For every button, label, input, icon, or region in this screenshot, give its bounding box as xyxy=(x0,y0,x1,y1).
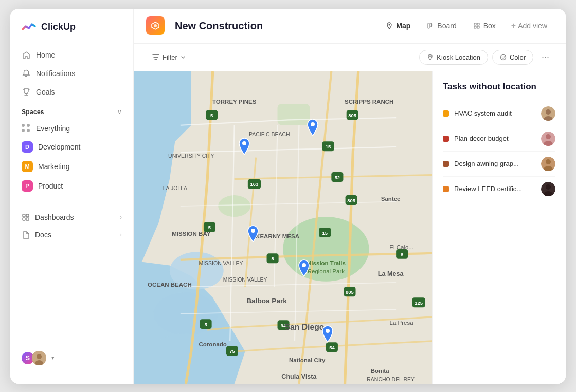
svg-rect-0 xyxy=(23,214,25,217)
clickup-logo-icon xyxy=(21,19,37,35)
svg-text:Chula Vista: Chula Vista xyxy=(281,372,317,380)
product-label: Product xyxy=(38,182,63,190)
docs-chevron-icon: › xyxy=(120,231,122,238)
more-options-button[interactable]: ··· xyxy=(537,49,553,66)
svg-text:MISSION VALLEY: MISSION VALLEY xyxy=(199,260,243,266)
location-icon xyxy=(427,54,434,61)
sidebar-item-home[interactable]: Home xyxy=(15,46,128,64)
task-name-3: Design awning grap... xyxy=(454,160,536,167)
color-button[interactable]: Color xyxy=(492,50,533,65)
svg-text:5: 5 xyxy=(204,321,207,327)
svg-text:Mission Trails: Mission Trails xyxy=(307,260,346,266)
filter-button[interactable]: Filter xyxy=(146,50,192,64)
svg-text:OCEAN BEACH: OCEAN BEACH xyxy=(148,282,192,288)
color-label: Color xyxy=(510,53,526,61)
add-view-label: Add view xyxy=(518,22,547,30)
task-avatar-2 xyxy=(541,132,555,146)
svg-text:SCRIPPS RANCH: SCRIPPS RANCH xyxy=(345,98,393,104)
task-item-2[interactable]: Plan decor budget xyxy=(443,126,555,152)
task-item-1[interactable]: HVAC system audit xyxy=(443,101,555,126)
svg-text:52: 52 xyxy=(335,174,340,180)
task-item-3[interactable]: Design awning grap... xyxy=(443,152,555,177)
svg-text:8: 8 xyxy=(401,251,403,257)
everything-label: Everything xyxy=(36,124,70,133)
sidebar-item-notifications-label: Notifications xyxy=(36,69,75,78)
spaces-chevron-icon[interactable]: ∨ xyxy=(117,108,122,116)
tab-map-label: Map xyxy=(396,22,410,30)
tab-board-label: Board xyxy=(437,22,456,30)
svg-text:MISSION BAY: MISSION BAY xyxy=(172,230,210,236)
svg-point-98 xyxy=(546,184,551,190)
svg-text:KEARNY MESA: KEARNY MESA xyxy=(256,233,300,239)
svg-text:National City: National City xyxy=(289,357,326,363)
project-icon xyxy=(146,16,165,35)
svg-rect-2 xyxy=(23,218,25,220)
svg-text:15: 15 xyxy=(322,230,328,235)
dashboards-label: Dashboards xyxy=(35,213,74,221)
product-badge: P xyxy=(22,180,33,192)
svg-rect-10 xyxy=(428,23,429,28)
sidebar-footer[interactable]: S ▾ xyxy=(10,343,133,374)
svg-point-26 xyxy=(218,195,250,217)
task-avatar-3 xyxy=(541,157,555,171)
svg-text:805: 805 xyxy=(348,113,356,118)
sidebar-item-everything[interactable]: Everything xyxy=(15,120,128,137)
sidebar-item-goals-label: Goals xyxy=(36,88,55,96)
svg-rect-3 xyxy=(26,218,29,220)
sidebar-item-notifications[interactable]: Notifications xyxy=(15,64,128,83)
footer-chevron-icon[interactable]: ▾ xyxy=(51,354,55,361)
main-content: New Construction Map xyxy=(134,9,566,384)
svg-rect-13 xyxy=(474,23,476,25)
svg-rect-14 xyxy=(477,23,479,25)
sidebar-item-goals[interactable]: Goals xyxy=(15,83,128,101)
task-name-4: Review LEED certific... xyxy=(454,185,536,193)
svg-point-17 xyxy=(430,55,431,57)
svg-rect-15 xyxy=(474,26,476,28)
svg-point-95 xyxy=(546,159,551,164)
kiosk-label: Kiosk Location xyxy=(437,53,480,61)
svg-rect-11 xyxy=(430,23,432,27)
tab-map[interactable]: Map xyxy=(379,18,418,33)
svg-text:UNIVERSITY CITY: UNIVERSITY CITY xyxy=(168,153,214,158)
tab-box-label: Box xyxy=(483,22,496,30)
docs-icon xyxy=(22,231,30,239)
svg-text:805: 805 xyxy=(346,289,354,294)
task-avatar-4 xyxy=(541,182,555,196)
user-avatar-photo xyxy=(32,351,46,365)
svg-text:805: 805 xyxy=(347,197,355,203)
task-name-1: HVAC system audit xyxy=(454,109,536,117)
svg-text:163: 163 xyxy=(250,181,259,187)
sidebar-item-product[interactable]: P Product xyxy=(15,176,128,196)
tab-board[interactable]: Board xyxy=(420,18,463,33)
dashboards-chevron-icon: › xyxy=(120,214,122,221)
sidebar-item-dashboards[interactable]: Dashboards › xyxy=(10,209,133,226)
kiosk-location-button[interactable]: Kiosk Location xyxy=(419,50,488,65)
sidebar-item-development[interactable]: D Development xyxy=(15,137,128,157)
map-container[interactable]: 805 805 805 5 5 5 15 xyxy=(134,71,432,384)
svg-rect-16 xyxy=(477,26,479,28)
task-dot-3 xyxy=(443,161,449,167)
avatar-stack: S xyxy=(21,351,46,365)
svg-point-21 xyxy=(502,58,503,59)
svg-text:El Cajo...: El Cajo... xyxy=(389,244,413,250)
task-item-4[interactable]: Review LEED certific... xyxy=(443,177,555,201)
sidebar-item-marketing[interactable]: M Marketing xyxy=(15,157,128,176)
add-view-button[interactable]: + Add view xyxy=(505,18,553,33)
svg-text:Bonita: Bonita xyxy=(371,368,389,374)
svg-point-18 xyxy=(500,54,506,60)
sidebar-item-docs[interactable]: Docs › xyxy=(10,226,133,244)
development-label: Development xyxy=(38,143,81,151)
map-icon xyxy=(386,22,393,29)
app-container: ClickUp Home Notifications xyxy=(10,9,566,384)
panel-title: Tasks without location xyxy=(443,82,555,92)
sidebar-item-home-label: Home xyxy=(36,51,55,59)
project-title: New Construction xyxy=(175,20,263,32)
tab-box[interactable]: Box xyxy=(466,18,503,33)
box-icon xyxy=(473,22,480,29)
dashboard-icon xyxy=(22,213,30,221)
marketing-label: Marketing xyxy=(38,162,69,171)
home-icon xyxy=(22,50,31,60)
map-section: 805 805 805 5 5 5 15 xyxy=(134,71,566,384)
svg-text:5: 5 xyxy=(210,113,213,118)
svg-text:Coronado: Coronado xyxy=(199,341,227,347)
